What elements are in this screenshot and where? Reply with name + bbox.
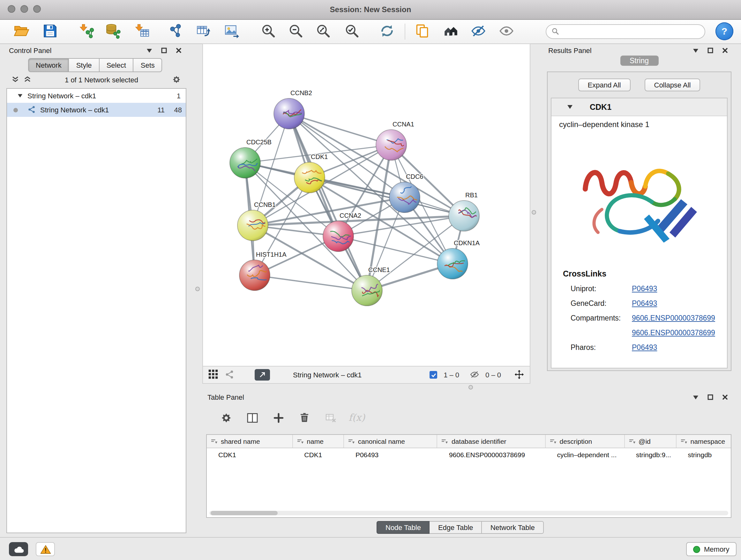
maximize-table-button[interactable] <box>705 393 716 401</box>
horizontal-scrollbar[interactable] <box>209 511 728 515</box>
tab-node-table[interactable]: Node Table <box>377 521 430 534</box>
cell-description[interactable]: cyclin–dependent ... <box>545 448 624 460</box>
tab-select[interactable]: Select <box>99 58 134 72</box>
network-row-selected[interactable]: String Network – cdk1 11 48 <box>7 103 186 117</box>
gene-card-header[interactable]: CDK1 <box>551 98 727 116</box>
right-splitter-handle[interactable] <box>532 210 536 214</box>
network-node-HIST1H1A[interactable]: HIST1H1A <box>239 251 286 291</box>
search-input[interactable] <box>563 27 699 36</box>
column-header-shared-name[interactable]: shared name <box>207 435 293 448</box>
network-node-CDKN1A[interactable]: CDKN1A <box>437 240 480 279</box>
network-options-button[interactable] <box>172 74 181 85</box>
zoom-selected-button[interactable] <box>341 22 362 42</box>
tab-style[interactable]: Style <box>69 58 99 72</box>
column-header-at-id[interactable]: @id <box>624 435 677 448</box>
network-node-CDC6[interactable]: CDC6 <box>389 173 423 212</box>
network-node-CCNA1[interactable]: CCNA1 <box>376 121 414 160</box>
titlebar[interactable]: Session: New Session <box>0 0 741 20</box>
close-table-button[interactable] <box>720 393 730 401</box>
network-collection-row[interactable]: String Network – cdk1 1 <box>7 89 186 103</box>
table-options-button[interactable] <box>218 409 234 426</box>
close-window-button[interactable] <box>8 5 15 13</box>
cell-namespace[interactable]: stringdb <box>677 448 731 460</box>
network-graph[interactable]: CCNB2CCNA1CDC25BCDK1CDC6RB1CCNB1CCNA2CDK… <box>203 44 530 366</box>
network-edge[interactable] <box>255 275 367 291</box>
column-header-canonical-name[interactable]: canonical name <box>344 435 437 448</box>
column-header-namespace[interactable]: namespace <box>677 435 731 448</box>
delete-column-button[interactable] <box>296 409 313 426</box>
zoom-in-button[interactable] <box>257 22 279 42</box>
copy-button[interactable] <box>411 22 433 42</box>
network-icon[interactable] <box>225 369 234 380</box>
tab-sets[interactable]: Sets <box>134 58 162 72</box>
column-header-database-identifier[interactable]: database identifier <box>437 435 546 448</box>
float-table-button[interactable] <box>690 393 701 401</box>
tab-edge-table[interactable]: Edge Table <box>430 521 482 534</box>
hidden-eye-slash-icon[interactable] <box>469 369 479 380</box>
import-network-from-database-button[interactable] <box>102 22 124 42</box>
zoom-fit-button[interactable] <box>312 22 334 42</box>
add-column-button[interactable] <box>270 409 286 426</box>
pharos-link[interactable]: P06493 <box>632 343 657 351</box>
collapse-all-networks-button[interactable] <box>11 75 19 84</box>
open-session-button[interactable] <box>10 22 32 42</box>
compartments-link[interactable]: 9606.ENSP00000378699 <box>632 314 715 321</box>
network-node-CDK1[interactable]: CDK1 <box>294 153 328 193</box>
tab-network-table[interactable]: Network Table <box>482 521 544 534</box>
expand-all-button[interactable]: Expand All <box>578 78 630 91</box>
grid-view-icon[interactable] <box>208 369 218 381</box>
expand-all-networks-button[interactable] <box>23 75 31 84</box>
network-edge[interactable] <box>289 114 367 291</box>
help-button[interactable]: ? <box>716 22 733 40</box>
network-node-RB1[interactable]: RB1 <box>449 192 482 231</box>
column-header-description[interactable]: description <box>546 435 625 448</box>
network-canvas[interactable]: CCNB2CCNA1CDC25BCDK1CDC6RB1CCNB1CCNA2CDK… <box>202 44 530 367</box>
maximize-panel-button[interactable] <box>159 46 169 55</box>
export-image-button[interactable] <box>220 22 242 42</box>
tree-expand-icon[interactable] <box>17 92 23 100</box>
close-results-button[interactable] <box>720 46 730 55</box>
move-crosshair-icon[interactable] <box>514 369 525 381</box>
memory-button[interactable]: Memory <box>686 542 736 556</box>
cell-database-identifier[interactable]: 9606.ENSP00000378699 <box>437 448 546 460</box>
scrollbar-thumb[interactable] <box>211 511 278 515</box>
import-table-from-file-button[interactable] <box>131 22 152 42</box>
save-session-button[interactable] <box>39 22 61 42</box>
zoom-window-button[interactable] <box>33 5 41 13</box>
results-tab-string[interactable]: String <box>620 56 658 66</box>
collapse-gene-icon[interactable] <box>567 103 573 111</box>
close-panel-button[interactable] <box>174 46 184 55</box>
clone-network-button[interactable] <box>192 22 214 42</box>
hide-selected-button[interactable] <box>467 22 489 42</box>
cell-at-id[interactable]: stringdb:9... <box>624 448 677 460</box>
search-field[interactable] <box>546 24 705 39</box>
zoom-out-button[interactable] <box>285 22 307 42</box>
table-row[interactable]: CDK1 CDK1 P06493 9606.ENSP00000378699 cy… <box>207 448 731 460</box>
maximize-results-button[interactable] <box>705 46 716 55</box>
bottom-splitter-handle[interactable] <box>468 385 473 389</box>
detach-view-button[interactable] <box>255 369 270 381</box>
refresh-network-button[interactable] <box>376 22 398 42</box>
network-overview-button[interactable] <box>440 22 461 42</box>
tissues-link[interactable]: 9606.ENSP00000378699 <box>632 328 715 336</box>
show-columns-button[interactable] <box>244 409 260 426</box>
cell-shared-name[interactable]: CDK1 <box>207 448 293 460</box>
column-header-name[interactable]: name <box>293 435 344 448</box>
uniprot-link[interactable]: P06493 <box>632 285 657 292</box>
left-splitter-handle[interactable] <box>195 287 200 291</box>
minimize-window-button[interactable] <box>20 5 28 13</box>
tab-network[interactable]: Network <box>28 58 69 72</box>
import-network-from-file-button[interactable] <box>75 22 97 42</box>
network-node-CDC25B[interactable]: CDC25B <box>230 138 272 178</box>
network-edge[interactable] <box>289 114 391 145</box>
float-results-button[interactable] <box>690 46 701 55</box>
show-all-button[interactable] <box>495 22 517 42</box>
network-from-selection-button[interactable] <box>165 22 186 42</box>
cloud-services-button[interactable] <box>9 542 28 556</box>
collapse-all-button[interactable]: Collapse All <box>645 78 700 91</box>
cell-canonical-name[interactable]: P06493 <box>344 448 437 460</box>
warnings-button[interactable] <box>36 542 55 556</box>
selected-checkbox-icon[interactable] <box>429 371 437 379</box>
float-panel-button[interactable] <box>144 46 154 55</box>
cell-name[interactable]: CDK1 <box>293 448 344 460</box>
